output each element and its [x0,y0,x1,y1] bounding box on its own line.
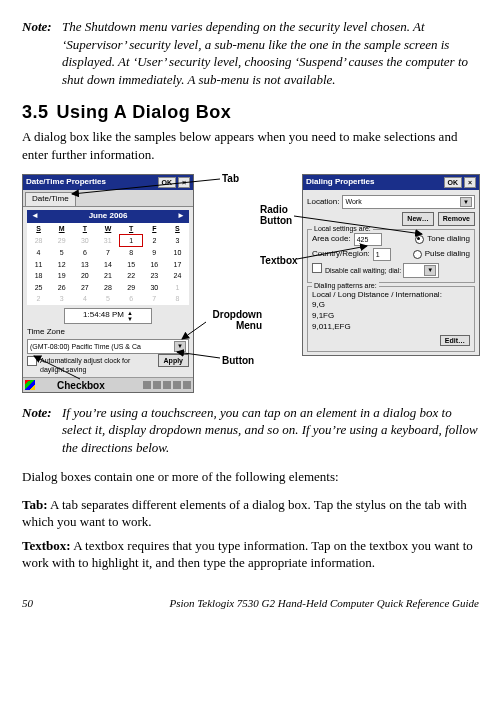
section-title: Using A Dialog Box [57,102,232,122]
def-textbox-text: A textbox requires that you type informa… [22,538,473,571]
page-number: 50 [22,596,33,611]
def-tab-lead: Tab: [22,497,48,512]
svg-line-5 [34,356,80,379]
note-text: If you’re using a touchscreen, you can t… [62,404,479,457]
note-shutdown: Note: The Shutdown menu varies depending… [22,18,479,88]
svg-line-3 [182,322,206,339]
intro-paragraph: A dialog box like the samples below appe… [22,128,479,163]
def-textbox-lead: Textbox: [22,538,71,553]
note-label: Note: [22,404,62,457]
note-label: Note: [22,18,62,88]
doc-title: Psion Teklogix 7530 G2 Hand-Held Compute… [169,596,479,611]
note-touchscreen: Note: If you’re using a touchscreen, you… [22,404,479,457]
svg-line-0 [72,179,220,194]
svg-line-1 [294,216,422,234]
figure-row: Date/Time Properties OK × Date/Time ◄ Ju… [22,174,479,394]
svg-line-4 [177,352,220,358]
section-heading: 3.5Using A Dialog Box [22,100,479,124]
elements-intro: Dialog boxes contain one or more of the … [22,468,479,486]
note-text: The Shutdown menu varies depending on th… [62,18,479,88]
def-tab-text: A tab separates different elements of a … [22,497,467,530]
page-footer: 50 Psion Teklogix 7530 G2 Hand-Held Comp… [22,596,479,611]
def-tab: Tab: A tab separates different elements … [22,496,479,531]
def-textbox: Textbox: A textbox requires that you typ… [22,537,479,572]
svg-line-2 [297,246,367,259]
annotation-arrows [22,174,482,394]
section-number: 3.5 [22,102,49,122]
